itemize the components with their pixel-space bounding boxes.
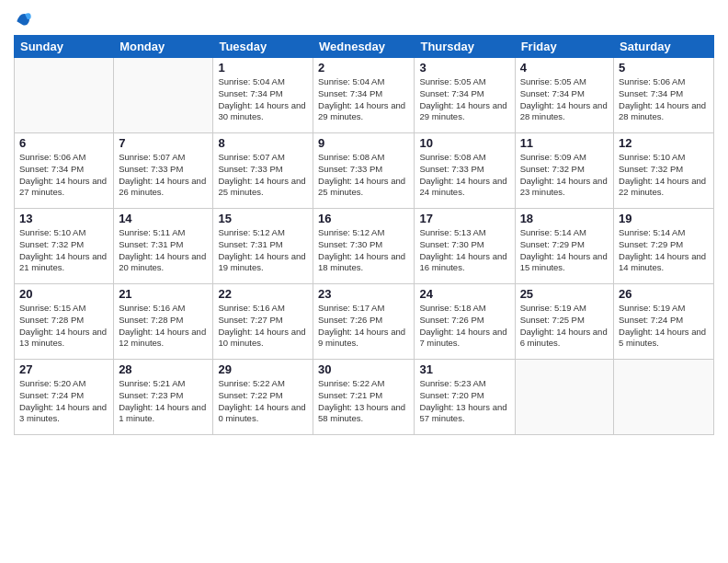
weekday-friday: Friday (515, 36, 613, 58)
day-number: 3 (419, 61, 509, 75)
page: SundayMondayTuesdayWednesdayThursdayFrid… (0, 0, 728, 563)
day-cell: 31Sunrise: 5:23 AM Sunset: 7:20 PM Dayli… (415, 360, 515, 435)
day-number: 6 (19, 136, 108, 150)
day-info: Sunrise: 5:08 AM Sunset: 7:33 PM Dayligh… (318, 152, 409, 199)
day-cell: 10Sunrise: 5:08 AM Sunset: 7:33 PM Dayli… (415, 133, 515, 209)
day-number: 11 (520, 136, 609, 150)
day-info: Sunrise: 5:22 AM Sunset: 7:21 PM Dayligh… (318, 378, 409, 425)
day-number: 20 (19, 287, 108, 301)
day-info: Sunrise: 5:19 AM Sunset: 7:25 PM Dayligh… (520, 303, 609, 350)
header (14, 9, 714, 28)
day-cell: 28Sunrise: 5:21 AM Sunset: 7:23 PM Dayli… (114, 360, 213, 435)
day-cell: 17Sunrise: 5:13 AM Sunset: 7:30 PM Dayli… (415, 209, 515, 284)
day-cell: 2Sunrise: 5:04 AM Sunset: 7:34 PM Daylig… (313, 58, 415, 133)
weekday-tuesday: Tuesday (213, 36, 313, 58)
week-row-2: 13Sunrise: 5:10 AM Sunset: 7:32 PM Dayli… (15, 209, 714, 284)
weekday-monday: Monday (114, 36, 213, 58)
day-info: Sunrise: 5:11 AM Sunset: 7:31 PM Dayligh… (119, 227, 208, 274)
day-cell: 3Sunrise: 5:05 AM Sunset: 7:34 PM Daylig… (415, 58, 515, 133)
day-cell: 24Sunrise: 5:18 AM Sunset: 7:26 PM Dayli… (415, 284, 515, 360)
day-cell (515, 360, 613, 435)
day-info: Sunrise: 5:14 AM Sunset: 7:29 PM Dayligh… (619, 227, 709, 274)
day-cell: 25Sunrise: 5:19 AM Sunset: 7:25 PM Dayli… (515, 284, 613, 360)
day-number: 4 (520, 61, 609, 75)
week-row-0: 1Sunrise: 5:04 AM Sunset: 7:34 PM Daylig… (15, 58, 714, 133)
day-info: Sunrise: 5:16 AM Sunset: 7:27 PM Dayligh… (218, 303, 308, 350)
day-info: Sunrise: 5:18 AM Sunset: 7:26 PM Dayligh… (419, 303, 509, 350)
day-info: Sunrise: 5:04 AM Sunset: 7:34 PM Dayligh… (218, 76, 308, 123)
day-info: Sunrise: 5:07 AM Sunset: 7:33 PM Dayligh… (218, 152, 308, 199)
weekday-wednesday: Wednesday (313, 36, 415, 58)
day-number: 1 (218, 61, 308, 75)
day-number: 2 (318, 61, 409, 75)
day-number: 5 (619, 61, 709, 75)
day-info: Sunrise: 5:20 AM Sunset: 7:24 PM Dayligh… (19, 378, 108, 425)
weekday-sunday: Sunday (15, 36, 114, 58)
day-number: 14 (119, 212, 208, 225)
day-cell: 5Sunrise: 5:06 AM Sunset: 7:34 PM Daylig… (614, 58, 714, 133)
day-cell: 9Sunrise: 5:08 AM Sunset: 7:33 PM Daylig… (313, 133, 415, 209)
week-row-4: 27Sunrise: 5:20 AM Sunset: 7:24 PM Dayli… (15, 360, 714, 435)
day-number: 24 (419, 287, 509, 301)
day-info: Sunrise: 5:05 AM Sunset: 7:34 PM Dayligh… (419, 76, 509, 123)
calendar: SundayMondayTuesdayWednesdayThursdayFrid… (14, 35, 714, 435)
day-number: 30 (318, 362, 409, 376)
day-cell: 6Sunrise: 5:06 AM Sunset: 7:34 PM Daylig… (15, 133, 114, 209)
day-cell: 14Sunrise: 5:11 AM Sunset: 7:31 PM Dayli… (114, 209, 213, 284)
day-number: 8 (218, 136, 308, 150)
day-cell: 27Sunrise: 5:20 AM Sunset: 7:24 PM Dayli… (15, 360, 114, 435)
day-number: 15 (218, 212, 308, 225)
day-info: Sunrise: 5:04 AM Sunset: 7:34 PM Dayligh… (318, 76, 409, 123)
weekday-thursday: Thursday (415, 36, 515, 58)
day-number: 29 (218, 362, 308, 376)
day-cell: 22Sunrise: 5:16 AM Sunset: 7:27 PM Dayli… (213, 284, 313, 360)
day-number: 9 (318, 136, 409, 150)
day-cell: 1Sunrise: 5:04 AM Sunset: 7:34 PM Daylig… (213, 58, 313, 133)
day-info: Sunrise: 5:14 AM Sunset: 7:29 PM Dayligh… (520, 227, 609, 274)
day-number: 10 (419, 136, 509, 150)
day-cell: 23Sunrise: 5:17 AM Sunset: 7:26 PM Dayli… (313, 284, 415, 360)
day-number: 16 (318, 212, 409, 225)
day-number: 22 (218, 287, 308, 301)
day-cell: 8Sunrise: 5:07 AM Sunset: 7:33 PM Daylig… (213, 133, 313, 209)
day-cell: 19Sunrise: 5:14 AM Sunset: 7:29 PM Dayli… (614, 209, 714, 284)
day-number: 28 (119, 362, 208, 376)
day-cell: 18Sunrise: 5:14 AM Sunset: 7:29 PM Dayli… (515, 209, 613, 284)
day-number: 27 (19, 362, 108, 376)
day-info: Sunrise: 5:17 AM Sunset: 7:26 PM Dayligh… (318, 303, 409, 350)
day-number: 12 (619, 136, 709, 150)
day-cell (15, 58, 114, 133)
day-number: 23 (318, 287, 409, 301)
day-cell: 20Sunrise: 5:15 AM Sunset: 7:28 PM Dayli… (15, 284, 114, 360)
day-info: Sunrise: 5:15 AM Sunset: 7:28 PM Dayligh… (19, 303, 108, 350)
week-row-1: 6Sunrise: 5:06 AM Sunset: 7:34 PM Daylig… (15, 133, 714, 209)
day-cell: 7Sunrise: 5:07 AM Sunset: 7:33 PM Daylig… (114, 133, 213, 209)
day-cell: 26Sunrise: 5:19 AM Sunset: 7:24 PM Dayli… (614, 284, 714, 360)
day-info: Sunrise: 5:16 AM Sunset: 7:28 PM Dayligh… (119, 303, 208, 350)
day-info: Sunrise: 5:10 AM Sunset: 7:32 PM Dayligh… (19, 227, 108, 274)
day-info: Sunrise: 5:09 AM Sunset: 7:32 PM Dayligh… (520, 152, 609, 199)
day-number: 31 (419, 362, 509, 376)
day-cell (114, 58, 213, 133)
day-cell: 15Sunrise: 5:12 AM Sunset: 7:31 PM Dayli… (213, 209, 313, 284)
weekday-header-row: SundayMondayTuesdayWednesdayThursdayFrid… (15, 36, 714, 58)
day-cell: 4Sunrise: 5:05 AM Sunset: 7:34 PM Daylig… (515, 58, 613, 133)
weekday-saturday: Saturday (614, 36, 714, 58)
logo-icon (14, 9, 32, 28)
day-info: Sunrise: 5:06 AM Sunset: 7:34 PM Dayligh… (19, 152, 108, 199)
day-info: Sunrise: 5:22 AM Sunset: 7:22 PM Dayligh… (218, 378, 308, 425)
day-info: Sunrise: 5:19 AM Sunset: 7:24 PM Dayligh… (619, 303, 709, 350)
logo (14, 9, 40, 28)
day-info: Sunrise: 5:10 AM Sunset: 7:32 PM Dayligh… (619, 152, 709, 199)
day-info: Sunrise: 5:13 AM Sunset: 7:30 PM Dayligh… (419, 227, 509, 274)
day-cell: 13Sunrise: 5:10 AM Sunset: 7:32 PM Dayli… (15, 209, 114, 284)
day-info: Sunrise: 5:05 AM Sunset: 7:34 PM Dayligh… (520, 76, 609, 123)
day-info: Sunrise: 5:21 AM Sunset: 7:23 PM Dayligh… (119, 378, 208, 425)
day-number: 19 (619, 212, 709, 225)
day-info: Sunrise: 5:08 AM Sunset: 7:33 PM Dayligh… (419, 152, 509, 199)
day-info: Sunrise: 5:12 AM Sunset: 7:31 PM Dayligh… (218, 227, 308, 274)
day-cell: 11Sunrise: 5:09 AM Sunset: 7:32 PM Dayli… (515, 133, 613, 209)
day-number: 25 (520, 287, 609, 301)
day-number: 7 (119, 136, 208, 150)
day-info: Sunrise: 5:23 AM Sunset: 7:20 PM Dayligh… (419, 378, 509, 425)
